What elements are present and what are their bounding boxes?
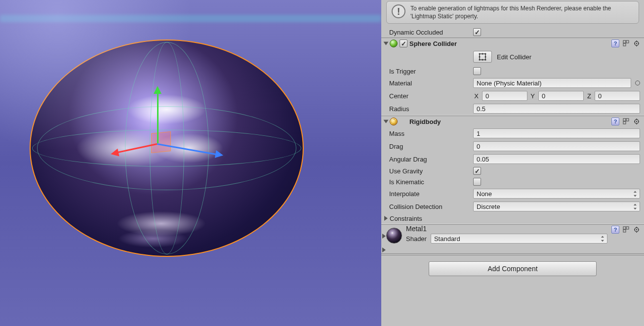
- shader-label: Shader: [406, 235, 427, 243]
- edit-collider-button[interactable]: [473, 51, 492, 63]
- is-trigger-checkbox[interactable]: [473, 67, 481, 75]
- scene-viewport[interactable]: [0, 0, 381, 326]
- svg-point-12: [479, 56, 481, 58]
- y-label: Y: [529, 92, 536, 100]
- svg-point-9: [485, 59, 486, 61]
- collider-wireframe: [37, 106, 296, 190]
- preset-icon[interactable]: [622, 118, 630, 125]
- gizmo-x-axis[interactable]: [157, 143, 221, 156]
- collision-detection-dropdown[interactable]: Discrete: [473, 202, 640, 211]
- mass-label: Mass: [389, 130, 473, 137]
- svg-rect-0: [623, 41, 626, 43]
- center-label: Center: [389, 92, 473, 100]
- is-kinematic-checkbox[interactable]: [473, 178, 481, 186]
- shader-dropdown[interactable]: Standard: [431, 234, 607, 244]
- svg-rect-1: [626, 41, 629, 43]
- material-section: Metal1 Shader Standard ?: [381, 224, 644, 252]
- radius-label: Radius: [389, 105, 473, 113]
- svg-rect-2: [623, 43, 626, 46]
- gizmo-y-axis[interactable]: [157, 89, 159, 143]
- is-kinematic-label: Is Kinematic: [389, 178, 473, 186]
- gear-icon[interactable]: [633, 40, 641, 47]
- radius-field[interactable]: 0.5: [473, 104, 640, 114]
- object-picker-icon[interactable]: [635, 81, 640, 85]
- interpolate-label: Interpolate: [389, 190, 473, 198]
- x-label: X: [473, 92, 480, 100]
- material-label: Material: [389, 80, 473, 87]
- gizmo-z-axis[interactable]: [114, 143, 158, 154]
- collider-wireframe: [150, 42, 184, 254]
- svg-point-11: [482, 59, 483, 61]
- gear-icon[interactable]: [633, 118, 641, 125]
- svg-point-7: [485, 53, 486, 55]
- sphere-collider-icon: [390, 40, 398, 47]
- add-component-button[interactable]: Add Component: [429, 261, 597, 276]
- sphere-mesh: [30, 40, 304, 257]
- center-y-field[interactable]: 0: [538, 91, 584, 101]
- drag-label: Drag: [389, 143, 473, 150]
- center-x-field[interactable]: 0: [482, 91, 527, 101]
- svg-rect-5: [480, 54, 485, 60]
- foldout-icon[interactable]: [382, 247, 386, 252]
- svg-point-13: [485, 56, 486, 58]
- svg-rect-20: [626, 227, 629, 229]
- angular-drag-field[interactable]: 0.05: [473, 154, 640, 164]
- svg-point-6: [479, 53, 481, 55]
- material-preview-icon[interactable]: [386, 228, 402, 244]
- foldout-icon[interactable]: [384, 120, 389, 123]
- dynamic-occluded-checkbox[interactable]: ✓: [473, 28, 481, 36]
- svg-rect-19: [623, 227, 626, 229]
- sphere-object[interactable]: [30, 40, 304, 257]
- info-icon: !: [392, 4, 405, 18]
- svg-point-8: [479, 59, 481, 61]
- sphere-collider-header[interactable]: ✓ Sphere Collider ?: [381, 38, 644, 49]
- center-z-field[interactable]: 0: [595, 91, 640, 101]
- material-name: Metal1: [406, 225, 607, 233]
- foldout-icon[interactable]: [384, 216, 388, 221]
- constraints-label[interactable]: Constraints: [390, 215, 474, 222]
- svg-point-18: [636, 121, 638, 122]
- svg-rect-21: [623, 230, 626, 232]
- rigidbody-header[interactable]: Rigidbody ?: [381, 116, 644, 127]
- drag-field[interactable]: 0: [473, 141, 640, 151]
- dynamic-occluded-row: Dynamic Occluded ✓: [381, 27, 644, 38]
- transform-gizmo[interactable]: [157, 143, 158, 144]
- svg-rect-15: [626, 119, 629, 121]
- collider-wireframe: [32, 130, 301, 167]
- svg-rect-14: [623, 119, 626, 121]
- info-box: ! To enable generation of lightmaps for …: [386, 1, 639, 24]
- gizmo-center-handle[interactable]: [151, 131, 171, 153]
- sphere-collider-title: Sphere Collider: [409, 40, 609, 47]
- rigidbody-icon: [390, 118, 398, 125]
- interpolate-dropdown[interactable]: None: [473, 189, 640, 199]
- sphere-collider-section: ✓ Sphere Collider ? Edit Collider Is Tri…: [381, 38, 644, 116]
- physic-material-field[interactable]: None (Physic Material): [473, 78, 631, 88]
- help-icon[interactable]: ?: [611, 40, 619, 47]
- help-icon[interactable]: ?: [611, 226, 619, 234]
- preset-icon[interactable]: [622, 226, 630, 234]
- svg-rect-16: [623, 122, 626, 124]
- use-gravity-checkbox[interactable]: ✓: [473, 167, 481, 175]
- gear-icon[interactable]: [633, 226, 641, 234]
- mass-field[interactable]: 1: [473, 128, 640, 138]
- info-text: To enable generation of lightmaps for th…: [410, 4, 634, 20]
- dynamic-occluded-label: Dynamic Occluded: [389, 29, 473, 36]
- svg-point-23: [636, 229, 638, 231]
- collider-wireframe: [125, 42, 209, 254]
- use-gravity-label: Use Gravity: [389, 167, 473, 175]
- rigidbody-title: Rigidbody: [409, 118, 609, 125]
- inspector-panel: ! To enable generation of lightmaps for …: [381, 0, 644, 326]
- svg-point-10: [482, 53, 483, 55]
- svg-point-4: [636, 43, 638, 44]
- rigidbody-section: Rigidbody ? Mass 1 Drag 0 Angular Drag 0…: [381, 116, 644, 224]
- angular-drag-label: Angular Drag: [389, 156, 473, 163]
- z-label: Z: [586, 92, 593, 100]
- preset-icon[interactable]: [622, 40, 630, 47]
- collision-detection-label: Collision Detection: [389, 203, 473, 210]
- help-icon[interactable]: ?: [611, 118, 619, 125]
- edit-collider-label: Edit Collider: [497, 53, 531, 61]
- foldout-icon[interactable]: [384, 42, 389, 45]
- foldout-icon[interactable]: [382, 234, 386, 239]
- is-trigger-label: Is Trigger: [389, 68, 473, 75]
- sphere-collider-enable-checkbox[interactable]: ✓: [400, 40, 407, 47]
